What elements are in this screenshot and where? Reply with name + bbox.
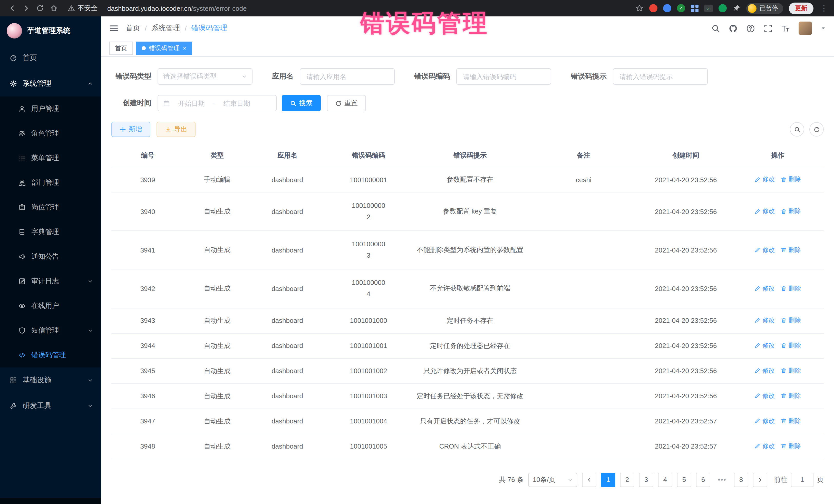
sidebar-item-dict-management[interactable]: 字典管理: [0, 220, 101, 244]
pagination-page-8[interactable]: 8: [734, 473, 748, 487]
pagination-ellipsis[interactable]: •••: [715, 473, 729, 487]
tab-close-icon[interactable]: ×: [183, 45, 186, 51]
edit-link[interactable]: 修改: [755, 341, 775, 350]
tab-home[interactable]: 首页: [109, 42, 133, 55]
extension-vpn-icon[interactable]: on: [704, 4, 713, 12]
megaphone-icon: [19, 253, 26, 260]
delete-link[interactable]: 删除: [781, 316, 801, 325]
app-name-input[interactable]: [300, 68, 395, 85]
github-icon[interactable]: [729, 24, 738, 32]
page-size-select[interactable]: 10条/页: [528, 473, 577, 487]
delete-link[interactable]: 删除: [781, 284, 801, 293]
sidebar-item-error-code-management[interactable]: 错误码管理: [0, 343, 101, 368]
delete-link[interactable]: 删除: [781, 417, 801, 425]
sidebar-item-dev-tools[interactable]: 研发工具: [0, 393, 101, 419]
show-search-button[interactable]: [790, 122, 804, 136]
help-icon[interactable]: [746, 24, 755, 32]
bookmark-star-icon[interactable]: [635, 4, 643, 12]
refresh-table-button[interactable]: [809, 122, 824, 136]
browser-update-button[interactable]: 更新: [789, 2, 813, 14]
extension-pin-icon[interactable]: [732, 4, 741, 12]
pagination-page-4[interactable]: 4: [658, 473, 672, 487]
date-range-picker[interactable]: -: [158, 95, 277, 111]
sidebar-item-menu-management[interactable]: 菜单管理: [0, 146, 101, 170]
goto-label: 前往: [774, 475, 787, 484]
delete-link[interactable]: 删除: [781, 442, 801, 451]
user-avatar[interactable]: [798, 22, 812, 35]
error-msg-input[interactable]: [613, 68, 708, 85]
delete-link[interactable]: 删除: [781, 246, 801, 254]
browser-menu-icon[interactable]: ⋮: [819, 4, 829, 13]
extension-check-icon[interactable]: ✓: [677, 4, 685, 12]
delete-link[interactable]: 删除: [781, 175, 801, 184]
search-button[interactable]: 搜索: [282, 95, 321, 111]
breadcrumb-item[interactable]: 系统管理: [151, 24, 180, 33]
profile-chip[interactable]: 已暂停: [746, 3, 783, 14]
extension-grid-icon[interactable]: [691, 4, 699, 12]
error-type-select[interactable]: 请选择错误码类型: [158, 68, 253, 85]
reload-icon[interactable]: [33, 1, 47, 15]
collapse-sidebar-icon[interactable]: [109, 24, 118, 33]
pagination-page-5[interactable]: 5: [677, 473, 691, 487]
pagination-next-button[interactable]: [753, 473, 767, 487]
sidebar-item-post-management[interactable]: 岗位管理: [0, 195, 101, 220]
tab-label: 错误码管理: [149, 44, 180, 52]
extension-leaf-icon[interactable]: [719, 4, 727, 12]
edit-link[interactable]: 修改: [755, 246, 775, 254]
cell-msg: 定时任务不存在: [413, 308, 527, 333]
tab-error-code-management[interactable]: 错误码管理 ×: [136, 42, 192, 55]
goto-page-input[interactable]: [791, 473, 813, 487]
sidebar-item-dept-management[interactable]: 部门管理: [0, 170, 101, 195]
delete-link[interactable]: 删除: [781, 367, 801, 375]
pagination-page-2[interactable]: 2: [620, 473, 634, 487]
font-size-icon[interactable]: [781, 24, 790, 32]
pagination-page-3[interactable]: 3: [639, 473, 653, 487]
delete-link[interactable]: 删除: [781, 207, 801, 216]
table-header-row: 编号 类型 应用名 错误码编码 错误码提示 备注 创建时间 操作: [111, 144, 824, 167]
edit-link[interactable]: 修改: [755, 175, 775, 184]
sidebar-item-online-users[interactable]: 在线用户: [0, 293, 101, 318]
edit-link[interactable]: 修改: [755, 316, 775, 325]
logo-avatar: [7, 23, 22, 39]
sidebar-item-system[interactable]: 系统管理: [0, 71, 101, 96]
cell-app: dashboard: [250, 192, 324, 231]
app-logo[interactable]: 芋道管理系统: [0, 17, 101, 45]
date-end-input[interactable]: [218, 99, 255, 107]
edit-link[interactable]: 修改: [755, 284, 775, 293]
pagination-page-6[interactable]: 6: [696, 473, 710, 487]
sidebar-item-label: 通知公告: [31, 252, 59, 261]
edit-link[interactable]: 修改: [755, 367, 775, 375]
extension-blue-icon[interactable]: [663, 4, 671, 12]
sidebar-item-home[interactable]: 首页: [0, 45, 101, 71]
add-button[interactable]: 新增: [111, 122, 150, 137]
pagination-prev-button[interactable]: [582, 473, 596, 487]
breadcrumb-item[interactable]: 首页: [126, 24, 140, 33]
sidebar-item-role-management[interactable]: 角色管理: [0, 121, 101, 146]
sidebar-item-user-management[interactable]: 用户管理: [0, 96, 101, 121]
sidebar-item-notice-management[interactable]: 通知公告: [0, 244, 101, 269]
edit-link[interactable]: 修改: [755, 442, 775, 451]
user-icon: [19, 105, 26, 112]
search-icon[interactable]: [711, 24, 720, 32]
extension-record-icon[interactable]: [649, 4, 657, 12]
edit-link[interactable]: 修改: [755, 417, 775, 425]
date-start-input[interactable]: [173, 99, 210, 107]
fullscreen-icon[interactable]: [764, 24, 772, 32]
security-indicator[interactable]: 不安全: [68, 4, 97, 13]
sidebar-item-audit-log[interactable]: 审计日志: [0, 269, 101, 293]
delete-link[interactable]: 删除: [781, 341, 801, 350]
forward-icon[interactable]: [19, 1, 33, 15]
address-bar[interactable]: dashboard.yudao.iocoder.cn/system/error-…: [107, 4, 247, 12]
error-code-input[interactable]: [456, 68, 551, 85]
back-icon[interactable]: [5, 1, 19, 15]
delete-link[interactable]: 删除: [781, 392, 801, 400]
reset-button[interactable]: 重置: [327, 95, 366, 111]
edit-link[interactable]: 修改: [755, 207, 775, 216]
chevron-down-icon[interactable]: [821, 26, 826, 31]
edit-link[interactable]: 修改: [755, 392, 775, 400]
sidebar-item-sms-management[interactable]: 短信管理: [0, 318, 101, 343]
export-button[interactable]: 导出: [156, 122, 196, 137]
pagination-page-1[interactable]: 1: [601, 473, 615, 487]
sidebar-item-infrastructure[interactable]: 基础设施: [0, 368, 101, 393]
home-icon[interactable]: [47, 1, 61, 15]
